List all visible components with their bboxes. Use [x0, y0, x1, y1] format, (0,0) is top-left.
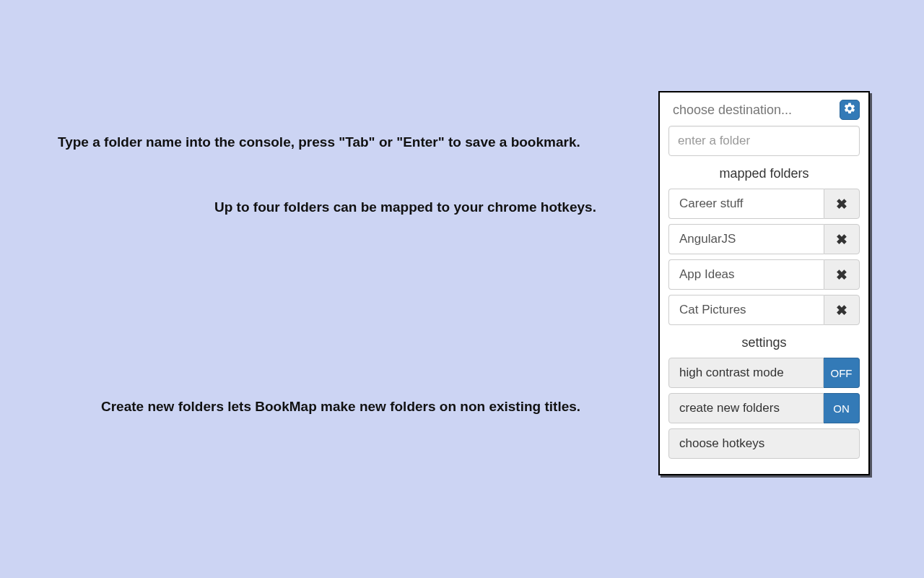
mapped-folder-name[interactable]: Cat Pictures [668, 295, 824, 325]
settings-gear-button[interactable] [840, 100, 860, 120]
close-icon: ✖ [836, 267, 847, 283]
remove-folder-button[interactable]: ✖ [824, 259, 860, 290]
folder-input[interactable] [668, 126, 860, 156]
mapped-folder-row: App Ideas ✖ [668, 259, 860, 290]
remove-folder-button[interactable]: ✖ [824, 295, 860, 325]
panel-header: choose destination... [668, 100, 860, 120]
setting-create-folders-toggle[interactable]: ON [824, 393, 860, 423]
instruction-2: Up to four folders can be mapped to your… [214, 199, 596, 215]
mapped-folder-row: Career stuff ✖ [668, 189, 860, 219]
close-icon: ✖ [836, 196, 847, 212]
mapped-folders-heading: mapped folders [668, 166, 860, 181]
mapped-folder-name[interactable]: AngularJS [668, 224, 824, 254]
mapped-folder-row: Cat Pictures ✖ [668, 295, 860, 325]
gear-icon [843, 102, 856, 118]
setting-create-folders: create new folders ON [668, 393, 860, 423]
setting-create-folders-label[interactable]: create new folders [668, 393, 824, 423]
setting-high-contrast: high contrast mode OFF [668, 358, 860, 388]
instruction-1: Type a folder name into the console, pre… [58, 134, 580, 150]
setting-high-contrast-toggle[interactable]: OFF [824, 358, 860, 388]
close-icon: ✖ [836, 302, 847, 319]
close-icon: ✖ [836, 231, 847, 248]
setting-choose-hotkeys: choose hotkeys [668, 428, 860, 459]
settings-heading: settings [668, 335, 860, 350]
instruction-3: Create new folders lets BookMap make new… [101, 399, 580, 415]
choose-destination-label: choose destination... [668, 103, 792, 118]
remove-folder-button[interactable]: ✖ [824, 189, 860, 219]
remove-folder-button[interactable]: ✖ [824, 224, 860, 254]
bookmap-panel: choose destination... mapped folders Car… [658, 91, 870, 475]
mapped-folder-name[interactable]: App Ideas [668, 259, 824, 290]
mapped-folder-name[interactable]: Career stuff [668, 189, 824, 219]
choose-hotkeys-button[interactable]: choose hotkeys [668, 428, 860, 459]
mapped-folder-row: AngularJS ✖ [668, 224, 860, 254]
setting-high-contrast-label[interactable]: high contrast mode [668, 358, 824, 388]
